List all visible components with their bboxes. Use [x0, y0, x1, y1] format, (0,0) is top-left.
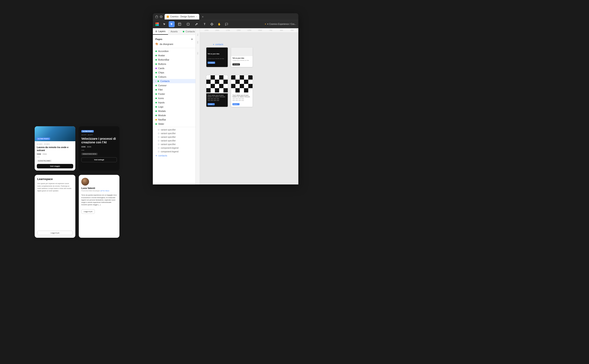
home-icon[interactable]	[155, 15, 158, 18]
card-info-btn-1[interactable]: Leggi di più	[37, 231, 73, 235]
cards-bottom-row: Learnspace Uno spazio per imparare ed es…	[35, 175, 119, 238]
card-btn-1[interactable]: Vedi viaggio	[37, 164, 73, 169]
svg-rect-31	[244, 80, 248, 84]
card-profile-btn-1[interactable]: Leggi di più	[81, 209, 95, 214]
svg-rect-32	[231, 84, 235, 88]
layer-buttons[interactable]: Buttons	[153, 62, 195, 66]
new-tab-button[interactable]: +	[200, 14, 205, 19]
browser-titlebar: Cosmico - Design System × +	[153, 13, 298, 20]
layer-slider[interactable]: Slider	[153, 122, 195, 126]
browser-window: Cosmico - Design System × +	[153, 13, 298, 184]
layer-module[interactable]: Module	[153, 113, 195, 117]
svg-rect-11	[187, 23, 189, 25]
contacts-chevron-icon: ▾	[155, 80, 156, 82]
shape-tool-button[interactable]	[184, 21, 192, 27]
logo-7	[214, 100, 216, 101]
variant-item-3[interactable]: variant specifier	[153, 135, 195, 139]
layer-dot-icons	[155, 98, 157, 99]
breadcrumb-icon: ✦	[265, 23, 266, 25]
card-dark-btn-1[interactable]: Vedi dettagli	[81, 157, 117, 162]
layer-colours[interactable]: Colours	[153, 75, 195, 79]
layer-chips[interactable]: Chips	[153, 70, 195, 75]
preview-frame-dark-header-1: Tell us your idea	[206, 47, 228, 56]
variant-item-4[interactable]: variant specifier	[153, 139, 195, 143]
layer-navbar[interactable]: NavBar	[153, 117, 195, 122]
checker-btn-2[interactable]: Browse →	[233, 103, 239, 105]
ruler-num-1: -2250	[201, 29, 212, 31]
tab-layers[interactable]: ⊟ Layers	[153, 28, 168, 35]
card-dark-price-current-1: 699€	[81, 146, 86, 148]
logo-4	[217, 98, 219, 99]
layer-cursour[interactable]: Cursour	[153, 83, 195, 88]
layer-dot-colours	[155, 76, 157, 78]
cursor-tool-button[interactable]	[169, 21, 175, 27]
layer-filet[interactable]: Filet	[153, 88, 195, 92]
contacts-dot-icon	[183, 31, 184, 32]
layer-modals[interactable]: Modals	[153, 109, 195, 113]
preview-frame-light-btn-1[interactable]: Get started	[233, 63, 240, 65]
component-legend-1[interactable]: component-legend	[153, 146, 195, 150]
logo-3	[214, 98, 216, 99]
frame-tool-button[interactable]	[176, 21, 183, 27]
layer-contacts-item[interactable]: ✦ contacts	[153, 153, 195, 158]
preview-frame-dark-1: Tell us your idea A simple way to descri…	[206, 47, 228, 67]
text-tool-button[interactable]: T	[202, 21, 207, 27]
variant-item-1[interactable]: variant specifier	[153, 128, 195, 132]
variant-label-3: variant specifier	[161, 136, 176, 138]
layer-bottombar[interactable]: BottomBar	[153, 58, 195, 62]
card-dark-con-1: CON	[81, 150, 117, 151]
layer-contacts[interactable]: ▾ Contacts	[153, 79, 195, 83]
checker-text-light-1: There's always space for great brands in…	[233, 95, 251, 98]
layer-avatar[interactable]: Avatar	[153, 53, 195, 58]
checker-btn-1[interactable]: Browse →	[207, 103, 215, 105]
logo-light-7	[239, 100, 241, 101]
layer-label-icons: Icons	[158, 97, 164, 99]
layer-icons[interactable]: Icons	[153, 96, 195, 100]
layer-label-chips: Chips	[158, 71, 164, 74]
figma-canvas[interactable]: -2250 -2000 -1750 -1500 -1250 -1000 -750…	[196, 28, 298, 184]
tab-close-icon[interactable]: ×	[196, 16, 197, 18]
layer-logo[interactable]: Logo	[153, 105, 195, 109]
svg-rect-34	[248, 84, 252, 88]
comment-tool-button[interactable]	[223, 21, 229, 27]
card-body-1: 23 NOV - 29 NOV Lavora da remoto tra ond…	[35, 141, 75, 171]
hand-tool-button[interactable]: ✋	[216, 21, 222, 27]
contacts-item-label: contacts	[158, 154, 167, 157]
variant-item-2[interactable]: variant specifier	[153, 132, 195, 135]
browser-tab-active[interactable]: Cosmico - Design System ×	[165, 14, 199, 20]
figma-logo[interactable]	[155, 22, 159, 26]
variant-label-1: variant specifier	[161, 129, 176, 131]
svg-rect-33	[240, 84, 244, 88]
card-travel-1: ULTIMI POSTI 23 NOV - 29 NOV Lavora da r…	[35, 126, 75, 171]
tab-assets[interactable]: Assets	[168, 28, 180, 35]
tab-contacts[interactable]: Contacts	[180, 28, 196, 35]
svg-rect-6	[155, 24, 157, 26]
layer-footer[interactable]: Footer	[153, 92, 195, 96]
svg-rect-36	[244, 88, 248, 92]
layer-label-buttons: Buttons	[158, 63, 166, 65]
components-tool-button[interactable]	[209, 21, 215, 27]
cards-top-row: ULTIMI POSTI 23 NOV - 29 NOV Lavora da r…	[35, 126, 119, 171]
svg-rect-16	[206, 75, 211, 80]
page-item-da-disegnare[interactable]: 🎨 da disegnare	[153, 42, 195, 46]
layer-accordion[interactable]: Accordion	[153, 49, 195, 53]
svg-rect-19	[211, 80, 215, 84]
variant-dot-1	[158, 129, 159, 130]
globe-icon[interactable]	[159, 15, 163, 18]
preview-frame-title-1: Tell us your idea	[207, 53, 227, 55]
layer-cards[interactable]: Cards	[153, 66, 195, 70]
layer-label-accordion: Accordion	[158, 50, 169, 52]
card-profile-link-1[interactable]: @The Wave	[100, 190, 109, 192]
variant-item-5[interactable]: variant specifier	[153, 143, 195, 146]
tab-favicon	[167, 16, 169, 18]
component-legend-2[interactable]: component-legend	[153, 150, 195, 153]
pen-tool-button[interactable]	[193, 21, 200, 27]
add-page-button[interactable]: +	[191, 38, 193, 41]
checker-logos-1	[207, 98, 227, 99]
card-info-wrapper-1: Learnspace Uno spazio per imparare ed es…	[37, 177, 73, 235]
layer-dot-avatar	[155, 55, 157, 56]
card-info-content-1: Learnspace Uno spazio per imparare ed es…	[37, 177, 73, 192]
preview-frame-btn-1[interactable]: Get started	[207, 62, 215, 64]
move-tool-button[interactable]	[161, 21, 167, 27]
layer-inputs[interactable]: Inputs	[153, 100, 195, 105]
